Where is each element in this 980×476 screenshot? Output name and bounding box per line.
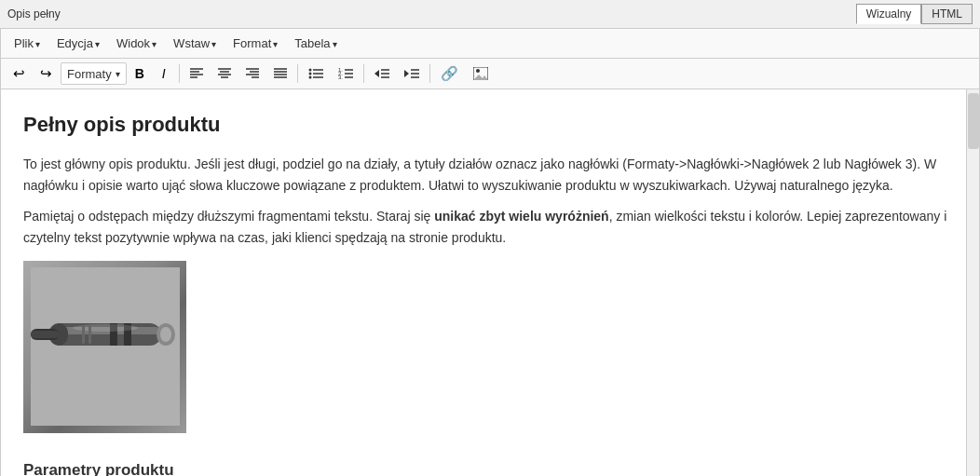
content-paragraph1: To jest główny opis produktu. Jeśli jest… — [23, 154, 951, 197]
separator-3 — [363, 64, 364, 83]
outdent-button[interactable] — [368, 62, 396, 85]
unordered-list-button[interactable] — [302, 62, 330, 85]
align-right-button[interactable] — [239, 62, 265, 85]
separator-1 — [179, 64, 180, 83]
menu-table[interactable]: Tabela▾ — [287, 33, 344, 54]
window-title-bar: Opis pełny Wizualny HTML — [0, 0, 980, 28]
toolbar: ↩ ↪ Formaty▾ B I 1.2.3. — [1, 59, 979, 89]
indent-button[interactable] — [398, 62, 426, 85]
visual-view-button[interactable]: Wizualny — [856, 4, 922, 24]
menu-view[interactable]: Widok▾ — [109, 33, 164, 54]
content-area[interactable]: Pełny opis produktu To jest główny opis … — [1, 89, 979, 476]
editor-container: Plik▾ Edycja▾ Widok▾ Wstaw▾ Format▾ Tabe… — [0, 28, 980, 476]
align-justify-button[interactable] — [267, 62, 293, 85]
menu-format[interactable]: Format▾ — [225, 33, 285, 54]
product-image — [23, 261, 186, 433]
menu-edit[interactable]: Edycja▾ — [49, 33, 107, 54]
bold-button[interactable]: B — [129, 62, 151, 85]
svg-rect-50 — [82, 325, 85, 344]
link-button[interactable]: 🔗 — [434, 62, 465, 85]
svg-marker-32 — [404, 70, 409, 77]
svg-rect-51 — [88, 325, 91, 344]
menu-bar: Plik▾ Edycja▾ Widok▾ Wstaw▾ Format▾ Tabe… — [1, 29, 979, 59]
scrollbar-track[interactable] — [966, 89, 979, 476]
italic-button[interactable]: I — [153, 62, 175, 85]
editor-wrapper: Pełny opis produktu To jest główny opis … — [1, 89, 979, 476]
view-buttons: Wizualny HTML — [856, 4, 973, 24]
svg-point-16 — [308, 69, 311, 72]
scrollbar-thumb[interactable] — [968, 93, 979, 149]
content-heading1: Pełny opis produktu — [23, 108, 951, 141]
svg-rect-39 — [31, 267, 180, 426]
formats-dropdown[interactable]: Formaty▾ — [61, 62, 127, 85]
svg-marker-38 — [473, 75, 488, 80]
align-left-button[interactable] — [184, 62, 210, 85]
separator-2 — [297, 64, 298, 83]
svg-point-20 — [308, 76, 311, 79]
menu-file[interactable]: Plik▾ — [7, 33, 48, 54]
content-heading2: Parametry produktu — [23, 457, 174, 476]
svg-point-18 — [308, 73, 311, 75]
align-center-button[interactable] — [211, 62, 238, 85]
svg-rect-48 — [31, 331, 59, 338]
svg-text:3.: 3. — [338, 75, 343, 80]
html-view-button[interactable]: HTML — [921, 4, 973, 24]
window-title: Opis pełny — [7, 7, 61, 20]
image-button[interactable] — [467, 62, 495, 85]
svg-marker-28 — [374, 70, 379, 77]
undo-button[interactable]: ↩ — [7, 62, 32, 85]
separator-4 — [429, 64, 430, 83]
ordered-list-button[interactable]: 1.2.3. — [332, 62, 360, 85]
menu-insert[interactable]: Wstaw▾ — [166, 33, 224, 54]
content-paragraph2: Pamiętaj o odstępach między dłuższymi fr… — [23, 206, 951, 249]
redo-button[interactable]: ↪ — [34, 62, 59, 85]
svg-point-43 — [160, 327, 171, 342]
svg-point-37 — [476, 69, 480, 73]
